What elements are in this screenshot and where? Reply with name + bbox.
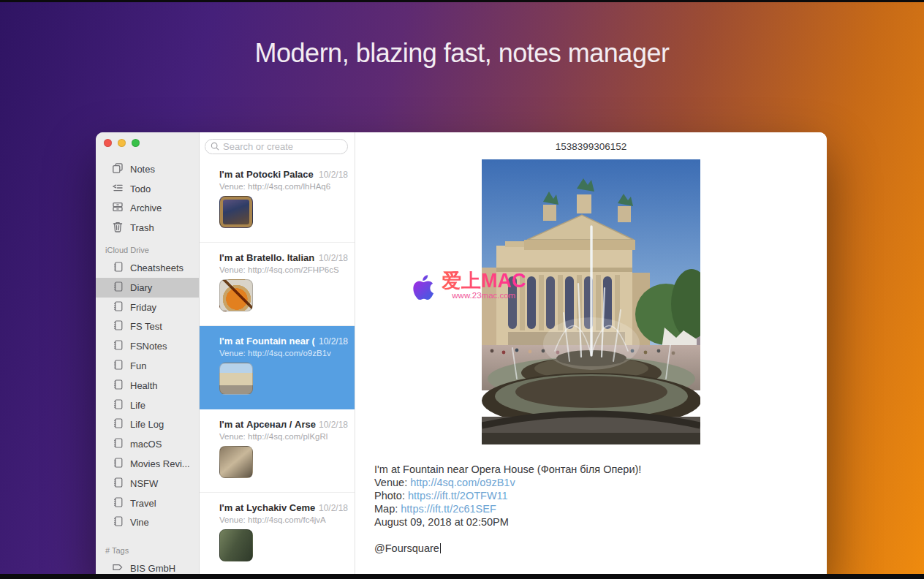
note-thumbnail-opera bbox=[219, 363, 253, 395]
editor-text[interactable]: I'm at Fountain near Opera House (Фонтан… bbox=[374, 463, 827, 555]
sidebar-item-life-log[interactable]: Life Log bbox=[96, 415, 199, 435]
note-row-header: I'm at Bratello. Italian10/2/18 bbox=[219, 252, 348, 263]
editor-pane[interactable]: 1538399306152 bbox=[355, 132, 827, 579]
sidebar-item-health[interactable]: Health bbox=[96, 376, 199, 396]
notebook-icon bbox=[112, 417, 124, 431]
note-item-title: I'm at Lychakiv Ceme bbox=[219, 502, 316, 513]
zoom-button[interactable] bbox=[132, 139, 140, 147]
notebook-icon bbox=[112, 379, 124, 393]
sidebar-item-fs-test[interactable]: FS Test bbox=[96, 317, 199, 337]
sidebar-section-header: iCloud Drive bbox=[96, 238, 199, 258]
minimize-button[interactable] bbox=[118, 139, 126, 147]
sidebar-item-label: Travel bbox=[130, 498, 156, 509]
note-list-item[interactable]: I'm at Bratello. Italian10/2/18Venue: ht… bbox=[200, 243, 355, 326]
notebook-icon bbox=[112, 515, 124, 529]
editor-line-text: I'm at Fountain near Opera House (Фонтан… bbox=[374, 463, 641, 475]
note-item-date: 10/2/18 bbox=[319, 503, 348, 513]
note-item-preview: Venue: http://4sq.com/2FHP6cS bbox=[219, 265, 348, 274]
note-item-date: 10/2/18 bbox=[319, 253, 348, 263]
note-row-header: I'm at Potocki Palace10/2/18 bbox=[219, 169, 348, 180]
note-item-preview: Venue: http://4sq.com/lhHAq6 bbox=[219, 182, 348, 191]
notebook-icon bbox=[112, 319, 124, 333]
notebook-icon bbox=[112, 281, 124, 295]
sidebar-item-label: Life bbox=[130, 400, 145, 411]
note-item-title: I'm at Potocki Palace bbox=[219, 169, 316, 180]
editor-line-label: Map: bbox=[374, 503, 401, 515]
sidebar-item-vine[interactable]: Vine bbox=[96, 513, 199, 533]
sidebar-item-label: Vine bbox=[130, 517, 149, 528]
note-thumbnail-food bbox=[219, 279, 253, 311]
screen-top-border bbox=[0, 0, 924, 2]
sidebar-item-label: FS Test bbox=[130, 321, 162, 332]
sidebar-item-diary[interactable]: Diary bbox=[96, 278, 199, 298]
sidebar-item-label: NSFW bbox=[130, 478, 158, 489]
sidebar-item-travel[interactable]: Travel bbox=[96, 493, 199, 513]
editor-link[interactable]: https://ift.tt/2c61SEF bbox=[401, 503, 496, 515]
sidebar-item-label: Trash bbox=[130, 222, 154, 233]
sidebar-item-trash[interactable]: Trash bbox=[96, 218, 199, 238]
note-item-title: I'm at Fountain near ( bbox=[219, 336, 316, 347]
sidebar-item-label: BIS GmbH bbox=[130, 563, 175, 574]
sidebar-item-movies-revi-[interactable]: Movies Revi... bbox=[96, 454, 199, 474]
note-item-preview: Venue: http://4sq.com/plKgRl bbox=[219, 432, 348, 441]
notebook-icon bbox=[112, 339, 124, 353]
note-row-header: I'm at Lychakiv Ceme10/2/18 bbox=[219, 502, 348, 513]
sidebar-item-nsfw[interactable]: NSFW bbox=[96, 474, 199, 493]
sidebar-item-label: Diary bbox=[130, 282, 152, 293]
note-list-item[interactable]: I'm at Арсенал / Arse10/2/18Venue: http:… bbox=[200, 409, 355, 493]
sidebar-item-label: macOS bbox=[130, 439, 162, 450]
notes-list: I'm at Potocki Palace10/2/18Venue: http:… bbox=[200, 159, 355, 576]
notebook-icon bbox=[112, 359, 124, 373]
sidebar-item-label: Fun bbox=[130, 360, 146, 371]
sidebar-item-archive[interactable]: Archive bbox=[96, 199, 199, 219]
search-field[interactable] bbox=[205, 139, 348, 154]
search-row bbox=[200, 132, 355, 159]
notes-icon bbox=[112, 162, 124, 176]
sidebar-item-label: Health bbox=[130, 380, 158, 391]
note-item-date: 10/2/18 bbox=[319, 420, 348, 430]
hero-tagline: Modern, blazing fast, notes manager bbox=[0, 38, 924, 69]
sidebar-item-macos[interactable]: macOS bbox=[96, 434, 199, 454]
editor-line: Venue: http://4sq.com/o9zB1v bbox=[374, 476, 827, 489]
sidebar-section-header: # Tags bbox=[96, 538, 199, 559]
sidebar-item-friday[interactable]: Friday bbox=[96, 298, 199, 317]
screen-bottom-border bbox=[0, 574, 924, 579]
sidebar-item-label: Cheatsheets bbox=[130, 262, 183, 273]
note-row-header: I'm at Арсенал / Arse10/2/18 bbox=[219, 419, 348, 430]
sidebar-item-life[interactable]: Life bbox=[96, 396, 199, 415]
sidebar-item-fun[interactable]: Fun bbox=[96, 356, 199, 376]
sidebar-item-notes[interactable]: Notes bbox=[96, 159, 199, 179]
notebook-icon bbox=[112, 261, 124, 275]
editor-line: Photo: https://ift.tt/2OTFW11 bbox=[374, 489, 827, 502]
sidebar-item-fsnotes[interactable]: FSNotes bbox=[96, 336, 199, 356]
note-title: 1538399306152 bbox=[355, 132, 827, 152]
sidebar-item-todo[interactable]: Todo bbox=[96, 179, 199, 199]
close-button[interactable] bbox=[104, 139, 112, 147]
sidebar-item-label: FSNotes bbox=[130, 341, 167, 352]
note-photo bbox=[482, 159, 700, 447]
editor-line: @Foursquare bbox=[374, 542, 827, 555]
sidebar-item-label: Life Log bbox=[130, 419, 164, 430]
notebook-icon bbox=[112, 300, 124, 314]
note-list-item[interactable]: I'm at Lychakiv Ceme10/2/18Venue: http:/… bbox=[200, 493, 355, 576]
editor-link[interactable]: https://ift.tt/2OTFW11 bbox=[408, 490, 508, 502]
note-item-date: 10/2/18 bbox=[319, 336, 348, 347]
note-list-item[interactable]: I'm at Fountain near (10/2/18Venue: http… bbox=[200, 326, 355, 409]
note-thumbnail-arch bbox=[219, 446, 253, 478]
editor-line: Map: https://ift.tt/2c61SEF bbox=[374, 502, 827, 515]
note-item-date: 10/2/18 bbox=[319, 170, 348, 180]
todo-icon bbox=[112, 182, 124, 196]
note-row-header: I'm at Fountain near (10/2/18 bbox=[219, 336, 348, 347]
note-item-preview: Venue: http://4sq.com/o9zB1v bbox=[219, 349, 348, 357]
note-item-title: I'm at Bratello. Italian bbox=[219, 252, 316, 263]
search-input[interactable] bbox=[223, 141, 342, 152]
note-list-item[interactable]: I'm at Potocki Palace10/2/18Venue: http:… bbox=[200, 159, 355, 243]
note-thumbnail-painting bbox=[219, 196, 253, 228]
note-item-preview: Venue: http://4sq.com/fc4jvA bbox=[219, 515, 348, 524]
editor-line bbox=[374, 529, 827, 542]
notebook-icon bbox=[112, 437, 124, 451]
sidebar-item-cheatsheets[interactable]: Cheatsheets bbox=[96, 258, 199, 278]
editor-link[interactable]: http://4sq.com/o9zB1v bbox=[410, 477, 515, 488]
trash-icon bbox=[112, 221, 124, 235]
archive-icon bbox=[112, 201, 124, 215]
